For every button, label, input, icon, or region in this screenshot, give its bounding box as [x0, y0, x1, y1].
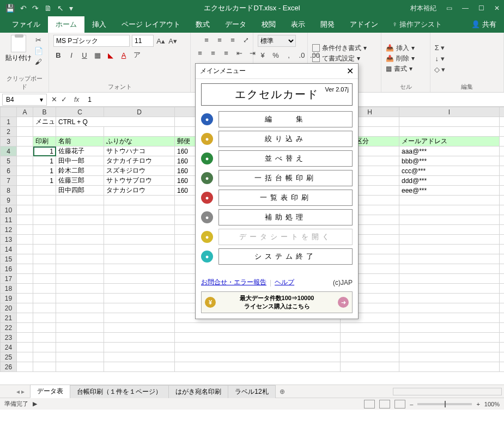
cell[interactable]: [56, 303, 104, 313]
format-cells[interactable]: ▦ 書式 ▾: [386, 64, 415, 74]
cell[interactable]: [500, 137, 505, 147]
horizontal-scrollbar[interactable]: [393, 388, 502, 395]
align-top-icon[interactable]: ≡: [202, 35, 211, 45]
cell[interactable]: [33, 186, 56, 196]
qat-dropdown-icon[interactable]: ▾: [69, 4, 73, 13]
cell[interactable]: [399, 117, 500, 127]
cell[interactable]: [341, 323, 399, 333]
cell[interactable]: [56, 333, 104, 343]
cell[interactable]: [500, 166, 505, 176]
font-color-icon[interactable]: A: [119, 50, 129, 60]
sheet-tab[interactable]: 台帳印刷（１件を１ページ）: [70, 385, 169, 398]
cell[interactable]: サトウハナコ: [104, 147, 175, 156]
print-preview-icon[interactable]: 🗎: [44, 4, 52, 13]
cut-icon[interactable]: ✂: [34, 35, 44, 45]
format-as-table[interactable]: て書式設定 ▾: [312, 54, 367, 63]
cell[interactable]: [104, 235, 175, 245]
row-header[interactable]: 6: [1, 166, 17, 176]
cell[interactable]: [500, 352, 505, 362]
cell[interactable]: [500, 333, 505, 343]
cell[interactable]: [500, 156, 505, 166]
cell[interactable]: [175, 333, 341, 343]
tab-review[interactable]: 校閲: [254, 16, 283, 33]
cell[interactable]: [500, 274, 505, 284]
cell[interactable]: [17, 147, 33, 156]
autosum-icon[interactable]: Σ ▾: [435, 42, 445, 52]
tab-developer[interactable]: 開発: [313, 16, 342, 33]
currency-icon[interactable]: ¥: [258, 50, 268, 60]
cell[interactable]: [17, 235, 33, 245]
cell[interactable]: [500, 245, 505, 254]
cell[interactable]: [33, 352, 56, 362]
align-center-icon[interactable]: ≡: [208, 48, 218, 58]
cell[interactable]: [56, 225, 104, 235]
cell[interactable]: [33, 323, 56, 333]
cell[interactable]: [17, 225, 33, 235]
cell[interactable]: [500, 362, 505, 372]
cell[interactable]: [104, 254, 175, 264]
cell[interactable]: [33, 284, 56, 294]
cell[interactable]: [341, 333, 399, 343]
cell[interactable]: [33, 215, 56, 225]
row-header[interactable]: 2: [1, 127, 17, 137]
cell[interactable]: [500, 225, 505, 235]
cell[interactable]: [500, 117, 505, 127]
page-layout-view-icon[interactable]: [379, 400, 390, 408]
row-header[interactable]: 8: [1, 186, 17, 196]
cell[interactable]: [104, 362, 175, 372]
cell[interactable]: [500, 264, 505, 274]
italic-icon[interactable]: I: [66, 50, 76, 60]
cell[interactable]: aaa@***: [399, 147, 500, 156]
cell[interactable]: サトウサブロウ: [104, 176, 175, 186]
cell[interactable]: [341, 362, 399, 372]
cell[interactable]: [399, 284, 500, 294]
paste-button[interactable]: 貼り付け: [5, 35, 32, 66]
cell[interactable]: [500, 176, 505, 186]
cell[interactable]: [399, 294, 500, 303]
decrease-font-icon[interactable]: A▾: [168, 36, 178, 46]
comma-icon[interactable]: ,: [284, 50, 294, 60]
cell[interactable]: [500, 284, 505, 294]
cell[interactable]: [104, 303, 175, 313]
cell[interactable]: [104, 274, 175, 284]
cell[interactable]: [56, 264, 104, 274]
cell[interactable]: [33, 343, 56, 352]
cell[interactable]: [17, 117, 33, 127]
fill-color-icon[interactable]: ◣: [106, 50, 116, 60]
cell[interactable]: [399, 352, 500, 362]
cell[interactable]: 田中四郎: [56, 186, 104, 196]
sheet-tab[interactable]: ラベル12札: [228, 385, 275, 398]
cell[interactable]: [399, 313, 500, 323]
cell[interactable]: [33, 264, 56, 274]
normal-view-icon[interactable]: [364, 400, 375, 408]
align-left-icon[interactable]: ≡: [195, 48, 205, 58]
cell[interactable]: 1: [33, 166, 56, 176]
cell[interactable]: [399, 127, 500, 137]
cell[interactable]: [33, 127, 56, 137]
zoom-out-icon[interactable]: –: [410, 401, 413, 407]
cell[interactable]: [104, 225, 175, 235]
row-header[interactable]: 9: [1, 196, 17, 205]
cell[interactable]: [341, 343, 399, 352]
cell[interactable]: [399, 264, 500, 274]
row-header[interactable]: 13: [1, 235, 17, 245]
undo-icon[interactable]: ↶: [20, 4, 27, 13]
menu-button-7[interactable]: システム終了: [218, 248, 353, 265]
enter-formula-icon[interactable]: ✓: [59, 95, 69, 105]
menu-button-3[interactable]: 一括台帳印刷: [218, 170, 353, 186]
cell[interactable]: [399, 215, 500, 225]
cell[interactable]: [399, 343, 500, 352]
minimize-icon[interactable]: —: [462, 4, 469, 12]
clear-icon[interactable]: ◇ ▾: [435, 64, 445, 74]
cell[interactable]: [500, 186, 505, 196]
cell[interactable]: [500, 343, 505, 352]
cell[interactable]: [104, 205, 175, 215]
cell[interactable]: [33, 245, 56, 254]
cell[interactable]: [56, 196, 104, 205]
redo-icon[interactable]: ↷: [32, 4, 39, 13]
row-header[interactable]: 18: [1, 284, 17, 294]
cell[interactable]: [33, 313, 56, 323]
tab-page-layout[interactable]: ページ レイアウト: [114, 16, 188, 33]
cell[interactable]: [104, 215, 175, 225]
cell[interactable]: [399, 196, 500, 205]
